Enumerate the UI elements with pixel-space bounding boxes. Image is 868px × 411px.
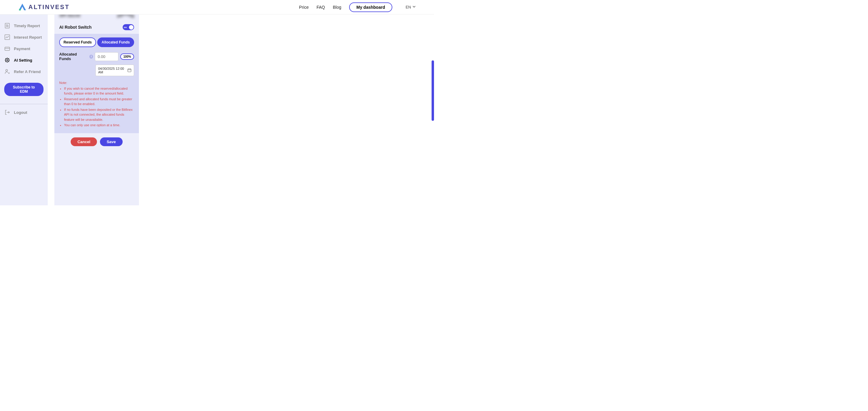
my-dashboard-button[interactable]: My dashboard — [349, 2, 392, 12]
cancel-button[interactable]: Cancel — [71, 137, 97, 146]
logo-icon — [18, 3, 27, 11]
svg-rect-6 — [5, 47, 10, 51]
sidebar-item-label: Interest Report — [14, 35, 42, 39]
toggle-knob — [129, 25, 133, 30]
svg-point-10 — [6, 69, 7, 71]
user-share-icon — [4, 68, 10, 74]
note-item: Reserved and allocated funds must be gre… — [64, 97, 134, 106]
main-panel: API Keybg****key API Secretpd****hg AI R… — [54, 0, 139, 205]
sidebar-item-payment[interactable]: Payment — [0, 43, 48, 54]
allocated-funds-row: Allocated Funds i 100% — [59, 52, 134, 61]
date-picker[interactable]: 04/30/2025 12:00 AM — [95, 65, 134, 76]
sidebar-item-ai-setting[interactable]: AI Setting — [0, 54, 48, 66]
info-icon[interactable]: i — [89, 55, 93, 59]
nav-blog[interactable]: Blog — [333, 5, 341, 10]
note-section: Note: If you wish to cancel the reserved… — [59, 80, 134, 128]
sidebar-item-refer-friend[interactable]: Refer A Friend — [0, 66, 48, 77]
scrollbar[interactable] — [432, 60, 434, 121]
ai-robot-toggle[interactable]: on — [123, 24, 134, 30]
divider — [0, 104, 48, 104]
percent-100-button[interactable]: 100% — [120, 54, 134, 60]
tab-allocated-funds[interactable]: Allocated Funds — [97, 37, 134, 47]
sidebar-item-label: Logout — [14, 110, 27, 115]
chart-icon — [4, 34, 10, 40]
sidebar-item-label: Refer A Friend — [14, 69, 41, 74]
sidebar-item-timely-report[interactable]: Timely Report — [0, 20, 48, 31]
chevron-down-icon — [412, 5, 416, 9]
logo[interactable]: ALTINVEST — [18, 3, 70, 11]
note-item: You can only use one option at a time. — [64, 123, 134, 128]
sidebar-item-interest-report[interactable]: Interest Report — [0, 31, 48, 43]
card-icon — [4, 45, 10, 52]
svg-point-8 — [5, 58, 9, 62]
sidebar-item-logout[interactable]: Logout — [0, 106, 48, 118]
allocated-amount-input[interactable] — [95, 52, 118, 61]
svg-point-9 — [7, 60, 8, 61]
note-item: If no funds have been deposited or the B… — [64, 107, 134, 122]
nav-faq[interactable]: FAQ — [316, 5, 325, 10]
gear-icon — [4, 57, 10, 63]
calendar-icon — [127, 68, 131, 73]
save-button[interactable]: Save — [100, 137, 122, 146]
language-label: EN — [406, 5, 411, 9]
date-value: 04/30/2025 12:00 AM — [98, 67, 127, 74]
note-item: If you wish to cancel the reserved/alloc… — [64, 86, 134, 96]
sidebar-item-label: Payment — [14, 46, 30, 51]
tab-reserved-funds[interactable]: Reserved Funds — [59, 37, 96, 47]
action-buttons: Cancel Save — [54, 133, 139, 150]
toggle-state-text: on — [124, 26, 127, 29]
document-icon — [4, 23, 10, 29]
switch-label: AI Robot Switch — [59, 25, 92, 30]
sidebar-item-label: AI Setting — [14, 58, 32, 63]
subscribe-edm-button[interactable]: Subscribe to EDM — [4, 83, 43, 96]
sidebar-item-label: Timely Report — [14, 24, 40, 28]
logo-text: ALTINVEST — [28, 4, 70, 10]
logout-icon — [4, 109, 10, 115]
funds-panel: Reserved Funds Allocated Funds Allocated… — [54, 34, 139, 133]
svg-point-0 — [19, 9, 21, 10]
note-title: Note: — [59, 80, 134, 86]
funds-tabs: Reserved Funds Allocated Funds — [59, 37, 134, 47]
svg-rect-11 — [128, 69, 131, 72]
allocated-funds-label: Allocated Funds i — [59, 52, 93, 61]
sidebar: Timely Report Interest Report Payment AI… — [0, 14, 48, 205]
language-selector[interactable]: EN — [406, 5, 416, 9]
nav-price[interactable]: Price — [299, 5, 309, 10]
ai-robot-switch-row: AI Robot Switch on — [54, 20, 139, 34]
header: ALTINVEST Price FAQ Blog My dashboard EN — [0, 0, 434, 14]
